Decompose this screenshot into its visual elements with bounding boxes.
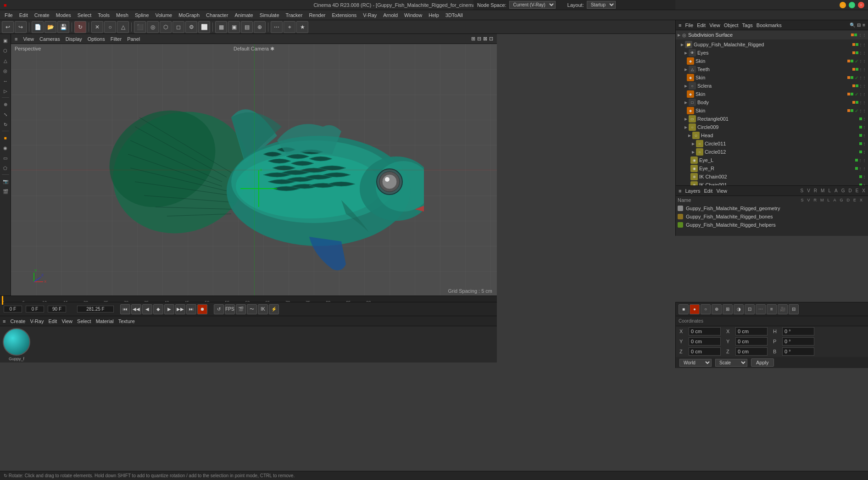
tree-item-circle009[interactable]: ▶ ○ Circle009 ⋮ bbox=[676, 123, 868, 131]
rt-btn-2[interactable]: ● bbox=[690, 304, 700, 314]
rotate-tool-left[interactable]: ↻ bbox=[1, 120, 10, 129]
motion-btn[interactable]: 〜 bbox=[247, 304, 257, 314]
tree-item-sclera[interactable]: ▶ ○ Sclera ⋮⋮ bbox=[676, 82, 868, 90]
display-btn-4[interactable]: ⊕ bbox=[254, 21, 266, 33]
mat-create-menu[interactable]: Create bbox=[10, 318, 25, 324]
viewport-icon-1[interactable]: ⊞ bbox=[471, 36, 475, 42]
material-item-guppy[interactable]: Guppy_f bbox=[3, 328, 30, 361]
menu-mograph[interactable]: MoGraph bbox=[176, 11, 202, 19]
dyn-btn[interactable]: ⚡ bbox=[269, 304, 279, 314]
menu-vray[interactable]: V-Ray bbox=[360, 11, 379, 19]
rt-btn-6[interactable]: ◑ bbox=[734, 304, 744, 314]
viewport-options-menu[interactable]: Options bbox=[88, 36, 105, 42]
om-edit-menu[interactable]: Edit bbox=[697, 22, 706, 28]
tree-item-rect001[interactable]: ▶ ▭ Rectangle001 ⋮ bbox=[676, 115, 868, 123]
menu-tracker[interactable]: Tracker bbox=[283, 11, 306, 19]
menu-window[interactable]: Window bbox=[401, 11, 425, 19]
tree-item-ik001[interactable]: ⊕ IK Chain001 ⋮ bbox=[676, 181, 868, 185]
viewport-3d[interactable]: Perspective Default Camera ✱ bbox=[11, 44, 497, 296]
viewport-menu-icon[interactable]: ≡ bbox=[15, 36, 17, 42]
om-file-menu[interactable]: File bbox=[685, 22, 693, 28]
tool-btn-6[interactable]: ⬡ bbox=[160, 21, 172, 33]
rt-btn-5[interactable]: ⊞ bbox=[723, 304, 733, 314]
h-input[interactable] bbox=[782, 327, 814, 335]
tree-item-ik002[interactable]: ⊕ IK Chain002 ⋮ bbox=[676, 173, 868, 181]
tool-btn-9[interactable]: ⬜ bbox=[198, 21, 210, 33]
tool-btn-5[interactable]: ◎ bbox=[147, 21, 159, 33]
save-button[interactable]: 💾 bbox=[57, 21, 69, 33]
scale-tool-left[interactable]: ⤡ bbox=[1, 110, 10, 119]
menu-extensions[interactable]: Extensions bbox=[329, 11, 359, 19]
menu-edit[interactable]: Edit bbox=[17, 11, 31, 19]
layer-helpers[interactable]: Guppy_Fish_Malachite_Rigged_helpers bbox=[676, 221, 868, 229]
mat-edit-menu[interactable]: Edit bbox=[48, 318, 57, 324]
record-btn[interactable]: ⏺ bbox=[197, 304, 207, 314]
prev-btn[interactable]: ◀ bbox=[142, 304, 152, 314]
rt-btn-1[interactable]: ■ bbox=[679, 304, 689, 314]
node-space-select[interactable]: Current (V-Ray) bbox=[509, 1, 556, 9]
layers-menu-icon[interactable]: ≡ bbox=[679, 188, 681, 194]
display-btn-2[interactable]: ▣ bbox=[228, 21, 240, 33]
open-button[interactable]: 📂 bbox=[45, 21, 56, 33]
subd-more2-icon[interactable]: ⋮ bbox=[862, 33, 866, 37]
tree-item-skin-2[interactable]: ◆ Skin ✓ ⋮⋮ bbox=[676, 73, 868, 82]
tree-item-head[interactable]: ▶ ☺ Head ⋮ bbox=[676, 131, 868, 140]
viewport[interactable]: ≡ View Cameras Display Options Filter Pa… bbox=[11, 34, 497, 296]
layers-edit-menu[interactable]: Edit bbox=[704, 188, 712, 194]
om-object-menu[interactable]: Object bbox=[724, 22, 739, 28]
menu-render[interactable]: Render bbox=[306, 11, 328, 19]
undo-button[interactable]: ↩ bbox=[2, 21, 14, 33]
apply-button[interactable]: Apply bbox=[751, 358, 774, 367]
menu-select[interactable]: Select bbox=[75, 11, 95, 19]
sculpt-tool[interactable]: ◎ bbox=[1, 66, 10, 75]
rect-select[interactable]: ▭ bbox=[1, 153, 10, 162]
viewport-filter-menu[interactable]: Filter bbox=[111, 36, 122, 42]
search-icon[interactable]: 🔍 bbox=[850, 22, 855, 28]
goto-start-btn[interactable]: ⏮ bbox=[120, 304, 130, 314]
motion-tool[interactable]: ↔ bbox=[1, 76, 10, 85]
tree-item-skin-3[interactable]: ◆ Skin ✓ ⋮⋮ bbox=[676, 90, 868, 98]
current-frame-input[interactable]: 0 F bbox=[26, 306, 44, 313]
menu-arnold[interactable]: Arnold bbox=[380, 11, 401, 19]
x-pos-input[interactable] bbox=[689, 327, 721, 335]
move-tool[interactable]: ⊕ bbox=[1, 100, 10, 109]
next-btn[interactable]: ▶▶ bbox=[175, 304, 185, 314]
poly-select[interactable]: ⬠ bbox=[1, 163, 10, 173]
viewport-icon-2[interactable]: ⊟ bbox=[477, 36, 481, 42]
layer-bones[interactable]: Guppy_Fish_Malachite_Rigged_bones bbox=[676, 212, 868, 221]
material-ball-guppy[interactable] bbox=[3, 328, 30, 356]
subd-surface-item[interactable]: ▶ ◎ Subdivision Surface ⋮ ⋮ bbox=[676, 30, 868, 39]
mat-select-menu[interactable]: Select bbox=[77, 318, 91, 324]
mat-menu-icon[interactable]: ≡ bbox=[3, 318, 6, 324]
prev-frame-btn[interactable]: ◀◀ bbox=[131, 304, 141, 314]
tree-item-guppy[interactable]: ▶ 📁 Guppy_Fish_Malachite_Rigged ⋮⋮ bbox=[676, 40, 868, 49]
rt-btn-10[interactable]: 🎥 bbox=[778, 304, 788, 314]
mat-material-menu[interactable]: Material bbox=[96, 318, 114, 324]
stop-btn[interactable]: ◆ bbox=[153, 304, 163, 314]
start-frame-display[interactable]: 0 F bbox=[4, 306, 22, 313]
snap-btn-3[interactable]: ★ bbox=[296, 21, 308, 33]
menu-file[interactable]: File bbox=[2, 11, 16, 19]
tree-item-teeth[interactable]: ▶ △ Teeth ⋮⋮ bbox=[676, 65, 868, 73]
menu-modes[interactable]: Modes bbox=[53, 11, 74, 19]
play-btn[interactable]: ▶ bbox=[164, 304, 174, 314]
select-tool-left[interactable]: ■ bbox=[1, 133, 10, 142]
om-tags-menu[interactable]: Tags bbox=[742, 22, 753, 28]
rt-btn-8[interactable]: ⋯ bbox=[756, 304, 766, 314]
tool-btn-2[interactable]: ○ bbox=[104, 21, 116, 33]
end-frame-display[interactable]: 90 F bbox=[48, 306, 66, 313]
b-input[interactable] bbox=[782, 347, 814, 356]
menu-simulate[interactable]: Simulate bbox=[257, 11, 282, 19]
subd-more-icon[interactable]: ⋮ bbox=[858, 33, 862, 37]
display-btn-1[interactable]: ▦ bbox=[215, 21, 227, 33]
goto-end-btn[interactable]: ⏭ bbox=[186, 304, 196, 314]
viewport-display-menu[interactable]: Display bbox=[66, 36, 82, 42]
menu-spline[interactable]: Spline bbox=[132, 11, 152, 19]
viewport-cameras-menu[interactable]: Cameras bbox=[39, 36, 60, 42]
tree-item-eye-r[interactable]: ◉ Eye_R ⋮ ⋮ bbox=[676, 164, 868, 173]
menu-mesh[interactable]: Mesh bbox=[113, 11, 131, 19]
p-input[interactable] bbox=[782, 337, 814, 346]
tree-item-eyes[interactable]: ▶ 👁 Eyes ⋮⋮ bbox=[676, 49, 868, 57]
filter-icon[interactable]: ⊟ bbox=[857, 22, 861, 28]
menu-tools[interactable]: Tools bbox=[95, 11, 112, 19]
